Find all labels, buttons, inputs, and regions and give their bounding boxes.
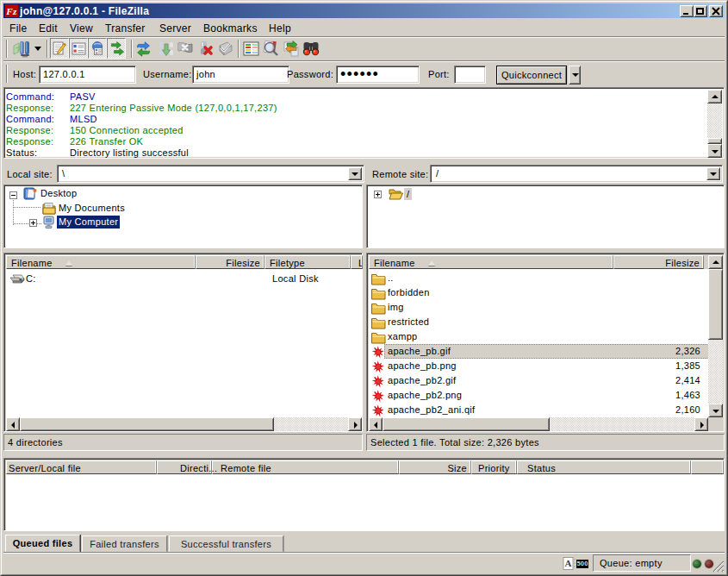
svg-text:A: A: [564, 558, 571, 568]
svg-text:Fz: Fz: [5, 6, 17, 16]
